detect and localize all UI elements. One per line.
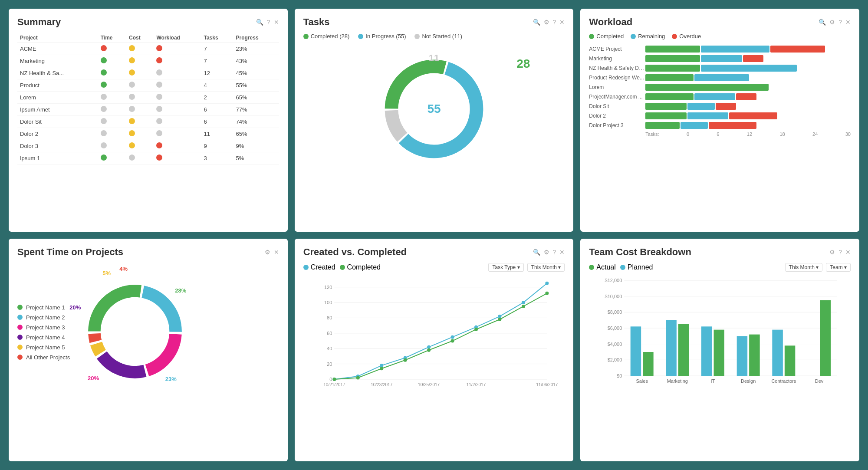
- help-icon[interactable]: ?: [267, 19, 270, 26]
- svg-point-39: [356, 376, 359, 379]
- wl-bar-group: [645, 103, 851, 110]
- tasks-legend-item: In Progress (55): [358, 33, 406, 39]
- cost-dot: [126, 140, 154, 152]
- search-icon[interactable]: 🔍: [533, 249, 540, 256]
- col-cost: Cost: [126, 33, 154, 43]
- wl-bar-group: [645, 112, 851, 119]
- search-icon[interactable]: 🔍: [819, 19, 826, 26]
- progress-pct: 45%: [233, 67, 279, 79]
- cost-dot: [126, 55, 154, 67]
- col-workload: Workload: [154, 33, 201, 43]
- chart-controls-row: Created Completed Task Type ▾ This Month…: [303, 263, 565, 272]
- planned-legend: Planned: [620, 263, 653, 271]
- svg-rect-72: [749, 334, 760, 375]
- svg-rect-63: [643, 352, 654, 376]
- table-row: ACME 7 23%: [17, 43, 279, 55]
- tasks-donut-container: 11 28 55: [303, 44, 565, 174]
- workload-icons: 🔍 ⚙ ? ✕: [819, 19, 851, 26]
- spent-container: Project Name 1Project Name 2Project Name…: [17, 263, 279, 402]
- actual-legend: Actual: [589, 263, 615, 271]
- svg-text:Contractors: Contractors: [772, 378, 796, 384]
- table-row: Marketing 7 43%: [17, 55, 279, 67]
- task-type-dropdown[interactable]: Task Type ▾: [488, 263, 523, 272]
- wl-project-name: Dolor 2: [589, 113, 645, 119]
- close-icon[interactable]: ✕: [845, 249, 851, 256]
- help-icon[interactable]: ?: [838, 19, 842, 26]
- spent-legend-item: Project Name 3: [17, 324, 70, 331]
- svg-text:$2,000: $2,000: [608, 357, 622, 362]
- svg-text:Dev: Dev: [815, 378, 824, 384]
- gear-icon[interactable]: ⚙: [544, 19, 549, 26]
- workload-bar-row: Product Redesign We...: [589, 74, 851, 81]
- actual-label: Actual: [596, 263, 615, 271]
- project-name: Lorem: [17, 92, 98, 104]
- overdue-bar: [743, 55, 763, 62]
- svg-point-40: [380, 367, 383, 370]
- wl-project-name: Dolor Project 3: [589, 122, 645, 128]
- progress-pct: 55%: [233, 79, 279, 92]
- spent-pct-label: 5%: [102, 270, 111, 276]
- progress-pct: 43%: [233, 55, 279, 67]
- close-icon[interactable]: ✕: [559, 19, 565, 26]
- help-icon[interactable]: ?: [553, 249, 556, 256]
- overdue-bar: [709, 122, 756, 129]
- tasks-legend-item: Completed (28): [303, 33, 350, 39]
- svg-text:$4,000: $4,000: [608, 341, 622, 346]
- chart-dropdowns: Task Type ▾ This Month ▾: [488, 263, 565, 272]
- wl-bar-group: [645, 74, 851, 81]
- close-icon[interactable]: ✕: [274, 19, 279, 26]
- wl-bar-group: [645, 122, 851, 129]
- team-cost-dropdowns: This Month ▾ Team ▾: [785, 263, 851, 272]
- spent-legend-item: Project Name 1: [17, 304, 70, 311]
- close-icon[interactable]: ✕: [559, 249, 565, 256]
- legend-dot: [414, 34, 420, 39]
- gear-icon[interactable]: ⚙: [265, 249, 270, 256]
- line-chart-container: 02040608010012010/21/201710/23/201710/25…: [303, 275, 565, 397]
- tasks-count: 3: [201, 152, 233, 164]
- workload-bar-row: Marketing: [589, 55, 851, 62]
- workload-header: Workload 🔍 ⚙ ? ✕: [589, 16, 851, 28]
- gear-icon[interactable]: ⚙: [544, 249, 549, 256]
- completed-bar: [645, 74, 693, 81]
- table-row: Lorem 2 65%: [17, 92, 279, 104]
- completed-label: 28: [516, 57, 530, 71]
- created-completed-header: Created vs. Completed 🔍 ⚙ ? ✕: [303, 247, 565, 258]
- this-month-team-dropdown[interactable]: This Month ▾: [785, 263, 823, 272]
- table-row: Dolor 2 11 65%: [17, 128, 279, 140]
- close-icon[interactable]: ✕: [845, 19, 851, 26]
- svg-text:$10,000: $10,000: [605, 293, 622, 299]
- this-month-dropdown[interactable]: This Month ▾: [527, 263, 565, 272]
- overdue-bar: [716, 103, 736, 110]
- overdue-bar: [770, 46, 825, 53]
- created-completed-icons: 🔍 ⚙ ? ✕: [533, 249, 565, 256]
- search-icon[interactable]: 🔍: [533, 19, 540, 26]
- search-icon[interactable]: 🔍: [256, 19, 263, 26]
- help-icon[interactable]: ?: [838, 249, 842, 256]
- planned-label: Planned: [628, 263, 653, 271]
- workload-card: Workload 🔍 ⚙ ? ✕ CompletedRemainingOverd…: [580, 9, 859, 232]
- tasks-count: 2: [201, 92, 233, 104]
- completed-bar: [645, 65, 700, 72]
- progress-pct: 65%: [233, 92, 279, 104]
- svg-text:$8,000: $8,000: [608, 309, 622, 315]
- completed-bar: [645, 84, 769, 91]
- tasks-header: Tasks 🔍 ⚙ ? ✕: [303, 16, 565, 28]
- svg-point-38: [332, 378, 336, 381]
- workload-legend-item: Completed: [589, 33, 624, 39]
- legend-dot: [303, 34, 309, 39]
- spent-pct-label: 23%: [165, 376, 177, 382]
- remaining-bar: [701, 55, 742, 62]
- svg-point-35: [498, 314, 501, 318]
- help-icon[interactable]: ?: [553, 19, 556, 26]
- svg-point-37: [545, 281, 549, 285]
- created-dot: [303, 265, 309, 270]
- remaining-bar: [681, 122, 708, 129]
- wl-project-name: NZ Health & Safety De...: [589, 65, 645, 71]
- svg-point-30: [380, 364, 383, 367]
- team-dropdown[interactable]: Team ▾: [826, 263, 851, 272]
- close-icon[interactable]: ✕: [274, 249, 279, 256]
- progress-pct: 77%: [233, 104, 279, 116]
- workload-axis: Tasks: 0612182430: [645, 131, 851, 137]
- gear-icon[interactable]: ⚙: [829, 19, 835, 26]
- gear-icon[interactable]: ⚙: [829, 249, 835, 256]
